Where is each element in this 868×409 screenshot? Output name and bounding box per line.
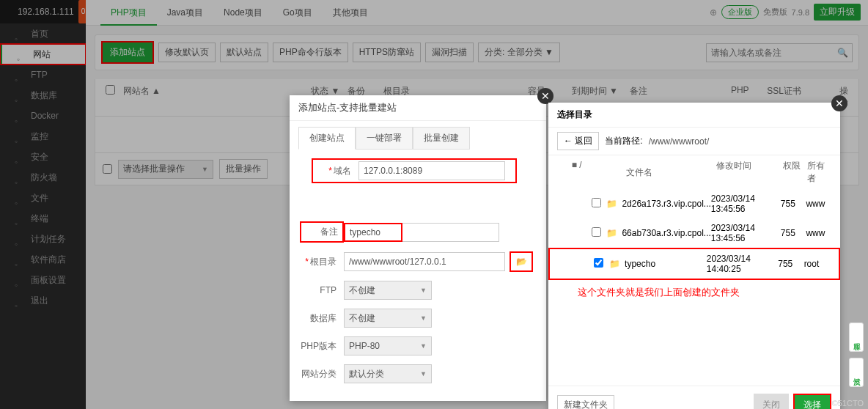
col-date: 修改时间 [716, 160, 783, 185]
col-filename: 文件名 [626, 160, 717, 185]
file-row[interactable]: 📁typecho2023/03/14 14:40:25755root [548, 248, 840, 280]
ftp-label: FTP [300, 285, 344, 295]
root-input[interactable] [344, 252, 505, 271]
close-icon[interactable]: ✕ [537, 88, 553, 104]
annotation-text: 这个文件夹就是我们上面创建的文件夹 [548, 280, 840, 305]
folder-picker-modal: ✕ 选择目录 ← 返回 当前路径: /www/wwwroot/ ■ / 文件名 … [548, 103, 840, 409]
path-label: 当前路径: [605, 135, 642, 147]
col-owner: 所有者 [807, 160, 831, 185]
row-checkbox[interactable] [594, 258, 603, 268]
tab-batch[interactable]: 批量创建 [413, 127, 470, 150]
note-input-ext[interactable] [402, 223, 499, 242]
col-perm: 权限 [783, 160, 807, 185]
root-label: 根目录 [310, 257, 336, 267]
select-button[interactable]: 选择 [793, 394, 831, 409]
support-fab[interactable]: 客服 [849, 323, 864, 352]
note-input[interactable] [344, 223, 402, 242]
folder-icon: 📁 [606, 199, 617, 209]
cat-label: 网站分类 [300, 368, 344, 380]
tab-deploy[interactable]: 一键部署 [356, 127, 413, 150]
row-checkbox[interactable] [592, 198, 601, 207]
add-site-modal: ✕ 添加站点-支持批量建站 创建站点 一键部署 批量创建 *域名 备注 *根目录… [290, 95, 546, 401]
tab-create[interactable]: 创建站点 [298, 127, 356, 150]
row-checkbox[interactable] [592, 227, 601, 237]
folder-open-icon: 📂 [516, 257, 527, 267]
domain-label: 域名 [334, 166, 351, 176]
php-select[interactable]: PHP-80 [344, 336, 432, 355]
feedback-fab[interactable]: 反馈 [849, 358, 864, 387]
domain-input[interactable] [358, 161, 505, 180]
ftp-select[interactable]: 不创建 [344, 281, 432, 300]
db-select[interactable]: 不创建 [344, 309, 432, 328]
close-button[interactable]: 关闭 [754, 394, 789, 409]
disk-icon[interactable]: ■ / [572, 160, 590, 185]
modal-tabs: 创建站点 一键部署 批量创建 [298, 127, 537, 150]
modal-title: 添加站点-支持批量建站 [290, 95, 546, 121]
picker-title: 选择目录 [548, 103, 840, 127]
close-icon[interactable]: ✕ [831, 95, 847, 111]
db-label: 数据库 [300, 312, 344, 325]
browse-button[interactable]: 📂 [510, 251, 533, 272]
new-folder-button[interactable]: 新建文件夹 [557, 395, 614, 409]
note-label: 备注 [320, 226, 338, 237]
file-row[interactable]: 📁2d26a173.r3.vip.cpol...2023/03/14 13:45… [548, 189, 840, 218]
back-button[interactable]: ← 返回 [557, 132, 599, 150]
folder-icon: 📁 [609, 259, 620, 269]
current-path: /www/wwwroot/ [649, 136, 710, 147]
folder-icon: 📁 [606, 228, 617, 238]
php-label: PHP版本 [300, 340, 344, 353]
side-fabs: 客服 反馈 [849, 323, 865, 387]
watermark: ©51CTO [832, 399, 864, 408]
cat-select[interactable]: 默认分类 [344, 364, 432, 383]
file-row[interactable]: 📁66ab730a.r3.vip.cpol...2023/03/14 13:45… [548, 218, 840, 248]
